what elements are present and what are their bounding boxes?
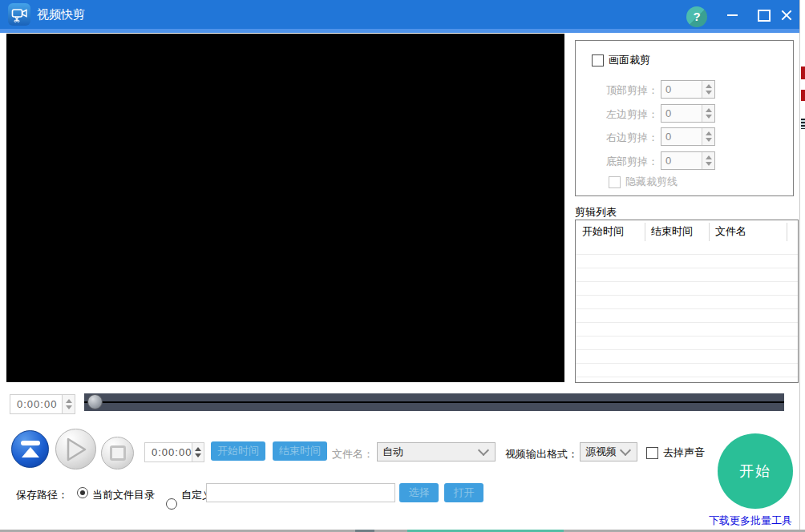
crop-top-label: 顶部剪掉： — [606, 83, 658, 98]
help-button[interactable]: ? — [686, 6, 707, 27]
crop-panel: 画面裁剪 顶部剪掉： 0 左边剪掉： 0 右边剪掉： 0 底部剪掉： 0 隐藏裁… — [575, 40, 794, 196]
output-format-combobox[interactable]: 源视频 — [580, 442, 637, 461]
crop-bottom-value: 0 — [661, 155, 702, 167]
spinner-arrows-icon[interactable] — [192, 443, 204, 461]
play-button[interactable] — [55, 429, 96, 470]
open-path-button[interactable]: 打开 — [444, 483, 483, 502]
filename-value: 自动 — [378, 445, 479, 459]
mute-checkbox[interactable]: 去掉声音 — [646, 445, 705, 460]
minimize-icon — [727, 14, 738, 16]
start-button[interactable]: 开始 — [718, 433, 793, 509]
play-icon — [66, 437, 87, 461]
radio-current-directory-label: 当前文件目录 — [92, 488, 155, 502]
open-file-button[interactable] — [11, 430, 49, 468]
column-header-end-time[interactable]: 结束时间 — [645, 220, 709, 241]
clip-table-body[interactable] — [576, 241, 798, 382]
slider-thumb[interactable] — [87, 394, 103, 409]
hide-cropline-label: 隐藏裁剪线 — [625, 175, 678, 189]
crop-right-spinner[interactable]: 0 — [661, 127, 715, 146]
slider-track-line — [84, 401, 784, 403]
radio-custom-path[interactable] — [166, 498, 177, 510]
stop-button[interactable] — [101, 437, 134, 470]
chevron-down-icon — [620, 445, 631, 456]
seek-slider[interactable] — [84, 393, 784, 411]
close-icon — [781, 10, 792, 21]
crop-top-spinner[interactable]: 0 — [661, 80, 715, 99]
chevron-down-icon — [478, 445, 489, 456]
crop-right-label: 右边剪掉： — [606, 131, 658, 145]
crop-left-value: 0 — [661, 107, 702, 119]
playback-time-value: 0:00:00 — [10, 398, 62, 410]
minimize-button[interactable] — [722, 8, 742, 22]
open-file-icon — [21, 441, 40, 445]
crop-bottom-label: 底部剪掉： — [606, 155, 658, 169]
spinner-arrows-icon[interactable] — [62, 395, 75, 413]
filename-label: 文件名： — [332, 447, 374, 461]
crop-bottom-spinner[interactable]: 0 — [661, 151, 715, 170]
choose-path-button[interactable]: 选择 — [399, 483, 439, 502]
crop-left-spinner[interactable]: 0 — [661, 104, 715, 123]
clip-list-table[interactable]: 开始时间 结束时间 文件名 — [575, 220, 799, 383]
stop-icon — [110, 445, 126, 461]
playback-time-display[interactable]: 0:00:00 — [10, 394, 75, 414]
edge-artifact — [801, 66, 805, 79]
crop-left-label: 左边剪掉： — [606, 107, 658, 122]
title-bar — [0, 0, 799, 29]
close-button[interactable] — [776, 8, 797, 22]
edge-artifact — [801, 90, 805, 101]
checkbox-icon — [646, 447, 658, 459]
checkbox-icon — [609, 176, 621, 188]
open-file-icon — [22, 447, 39, 457]
set-end-time-button[interactable]: 结束时间 — [273, 441, 327, 461]
crop-enable-checkbox[interactable]: 画面裁剪 — [592, 53, 650, 67]
crop-right-value: 0 — [661, 131, 702, 143]
title-bar-accent — [0, 29, 799, 33]
set-start-time-button[interactable]: 开始时间 — [211, 441, 265, 461]
hide-cropline-checkbox[interactable]: 隐藏裁剪线 — [609, 175, 678, 189]
download-more-tools-link[interactable]: 下载更多批量工具 — [709, 514, 792, 528]
video-preview[interactable] — [6, 34, 564, 382]
mark-time-value: 0:00:00 — [145, 446, 192, 458]
clip-list-title: 剪辑列表 — [575, 205, 617, 220]
save-path-input[interactable] — [206, 483, 395, 502]
radio-current-directory[interactable] — [77, 487, 88, 498]
spinner-arrows-icon[interactable] — [702, 105, 714, 122]
output-format-label: 视频输出格式： — [505, 447, 578, 461]
mark-time-spinner[interactable]: 0:00:00 — [144, 442, 204, 462]
spinner-arrows-icon[interactable] — [702, 152, 714, 169]
column-header-filename[interactable]: 文件名 — [709, 220, 787, 241]
window-title: 视频快剪 — [37, 0, 85, 29]
filename-combobox[interactable]: 自动 — [377, 442, 496, 461]
output-format-value: 源视频 — [580, 445, 621, 459]
edge-artifact — [801, 119, 805, 129]
crop-enable-label: 画面裁剪 — [609, 53, 650, 67]
checkbox-icon — [592, 54, 604, 66]
maximize-icon — [758, 10, 771, 22]
screen-edge-strip — [799, 0, 805, 532]
app-logo-video-scissors-icon — [8, 3, 30, 26]
column-header-start-time[interactable]: 开始时间 — [576, 220, 645, 241]
crop-top-value: 0 — [661, 83, 702, 95]
save-path-label: 保存路径： — [16, 488, 68, 502]
spinner-arrows-icon[interactable] — [702, 81, 714, 98]
maximize-button[interactable] — [754, 8, 775, 22]
spinner-arrows-icon[interactable] — [702, 128, 714, 145]
clip-table-header: 开始时间 结束时间 文件名 — [576, 220, 798, 242]
mute-label: 去掉声音 — [663, 445, 705, 460]
